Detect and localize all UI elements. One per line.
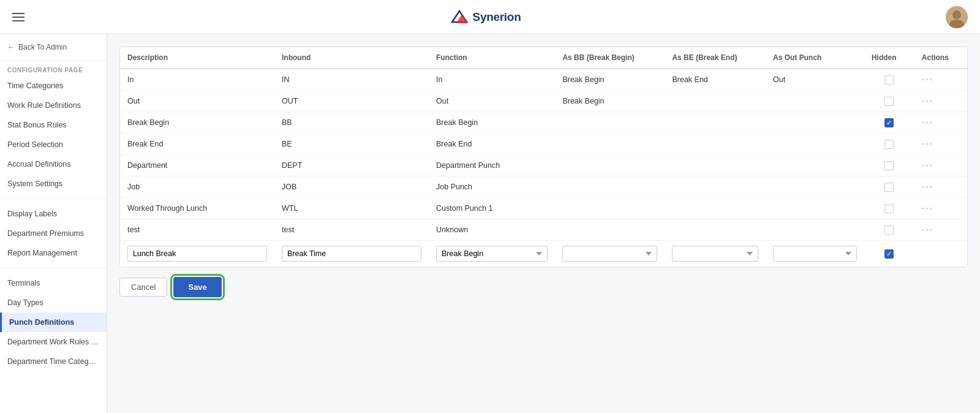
col-header-function: Function	[429, 47, 555, 69]
new-cell-inbound[interactable]	[274, 241, 429, 267]
new-row: Break BeginInOutBreak EndDepartment Punc…	[120, 241, 967, 267]
back-to-admin-link[interactable]: ← Back To Admin	[0, 34, 107, 61]
cell-hidden[interactable]	[864, 176, 914, 198]
sidebar-item-accrual-definitions[interactable]: Accrual Definitions	[0, 154, 107, 174]
sidebar-item-day-types[interactable]: Day Types	[0, 293, 107, 313]
new-cell-as-out-punch[interactable]: OutBreak BeginBreak End	[766, 241, 864, 267]
sidebar-item-department-time-category[interactable]: Department Time Category ...	[0, 352, 107, 371]
cell-function: Job Punch	[429, 176, 555, 198]
cell-as-be	[665, 176, 766, 198]
cell-hidden[interactable]	[864, 155, 914, 176]
new-cell-function[interactable]: Break BeginInOutBreak EndDepartment Punc…	[429, 241, 555, 267]
main-content: Description Inbound Function As BB (Brea…	[107, 34, 980, 413]
cell-as-out-punch	[766, 198, 864, 219]
col-header-description: Description	[120, 47, 274, 69]
sidebar-item-terminals[interactable]: Terminals	[0, 273, 107, 293]
new-hidden-checkbox[interactable]	[884, 249, 894, 259]
cell-actions[interactable]: ···	[914, 219, 967, 241]
save-button[interactable]: Save	[173, 277, 221, 297]
back-to-admin-label: Back To Admin	[18, 43, 67, 51]
app-header: Synerion	[0, 0, 980, 34]
user-avatar[interactable]	[946, 6, 968, 28]
sidebar-item-system-settings[interactable]: System Settings	[0, 174, 107, 194]
sidebar-item-punch-definitions[interactable]: Punch Definitions	[0, 313, 107, 332]
sidebar-item-stat-bonus-rules[interactable]: Stat Bonus Rules	[0, 115, 107, 135]
col-header-as-out-punch: As Out Punch	[766, 47, 864, 69]
cell-inbound: IN	[274, 69, 429, 91]
hidden-checkbox-1[interactable]	[884, 97, 894, 106]
table-row: Out OUT Out Break Begin ···	[120, 91, 967, 112]
sidebar-item-report-management[interactable]: Report Management	[0, 243, 107, 263]
hidden-checkbox-6[interactable]	[884, 204, 894, 213]
header-left	[12, 13, 24, 21]
cell-hidden[interactable]	[864, 198, 914, 219]
cancel-button[interactable]: Cancel	[119, 278, 167, 297]
cell-inbound: WTL	[274, 198, 429, 219]
cell-inbound: JOB	[274, 176, 429, 198]
cell-actions[interactable]: ···	[914, 155, 967, 176]
new-cell-description[interactable]	[120, 241, 274, 267]
cell-as-out-punch	[766, 219, 864, 241]
cell-actions[interactable]: ···	[914, 112, 967, 134]
hamburger-menu[interactable]	[12, 13, 24, 21]
cell-as-bb: Break Begin	[555, 69, 665, 91]
cell-as-be	[665, 155, 766, 176]
cell-inbound: BE	[274, 134, 429, 155]
cell-as-bb	[555, 155, 665, 176]
sidebar-item-display-labels[interactable]: Display Labels	[0, 204, 107, 224]
cell-as-out-punch	[766, 91, 864, 112]
logo-icon	[450, 10, 469, 25]
cell-function: In	[429, 69, 555, 91]
cell-inbound: BB	[274, 112, 429, 134]
sidebar-item-time-categories[interactable]: Time Categories	[0, 76, 107, 96]
cell-hidden[interactable]	[864, 219, 914, 241]
new-inbound-input[interactable]	[282, 246, 421, 262]
form-buttons: Cancel Save	[119, 267, 968, 300]
cell-inbound: OUT	[274, 91, 429, 112]
cell-description: Worked Through Lunch	[120, 198, 274, 219]
cell-as-be	[665, 91, 766, 112]
cell-as-be	[665, 134, 766, 155]
hidden-checkbox-5[interactable]	[884, 183, 894, 192]
cell-hidden[interactable]	[864, 91, 914, 112]
hidden-checkbox-0[interactable]	[884, 75, 894, 85]
col-header-actions: Actions	[914, 47, 967, 69]
cell-function: Out	[429, 91, 555, 112]
new-as-be-select[interactable]: Break BeginBreak EndOut	[672, 246, 758, 262]
cell-description: Break End	[120, 134, 274, 155]
cell-as-bb	[555, 112, 665, 134]
cell-description: Out	[120, 91, 274, 112]
new-cell-as-be[interactable]: Break BeginBreak EndOut	[665, 241, 766, 267]
sidebar-item-department-work-rules[interactable]: Department Work Rules Fit...	[0, 332, 107, 352]
cell-actions[interactable]: ···	[914, 198, 967, 219]
svg-marker-1	[456, 15, 468, 23]
new-as-out-punch-select[interactable]: OutBreak BeginBreak End	[773, 246, 857, 262]
svg-point-3	[952, 10, 961, 19]
new-cell-as-bb[interactable]: Break BeginBreak EndOut	[555, 241, 665, 267]
cell-function: Break Begin	[429, 112, 555, 134]
new-function-select[interactable]: Break BeginInOutBreak EndDepartment Punc…	[436, 246, 548, 262]
new-description-input[interactable]	[127, 246, 267, 262]
sidebar-item-department-premiums[interactable]: Department Premiums	[0, 224, 107, 243]
punch-definitions-table-container: Description Inbound Function As BB (Brea…	[119, 47, 968, 267]
sidebar-item-period-selection[interactable]: Period Selection	[0, 135, 107, 154]
cell-hidden[interactable]	[864, 134, 914, 155]
cell-hidden[interactable]	[864, 69, 914, 91]
cell-actions[interactable]: ···	[914, 134, 967, 155]
new-cell-hidden[interactable]	[864, 241, 914, 267]
hidden-checkbox-7[interactable]	[884, 225, 894, 235]
table-row: test test Unknown ···	[120, 219, 967, 241]
app-layout: ← Back To Admin CONFIGURATION PAGE Time …	[0, 34, 980, 413]
cell-hidden[interactable]	[864, 112, 914, 134]
cell-actions[interactable]: ···	[914, 91, 967, 112]
cell-description: In	[120, 69, 274, 91]
new-as-bb-select[interactable]: Break BeginBreak EndOut	[562, 246, 657, 262]
hidden-checkbox-2[interactable]	[884, 118, 894, 127]
cell-actions[interactable]: ···	[914, 69, 967, 91]
cell-function: Department Punch	[429, 155, 555, 176]
cell-actions[interactable]: ···	[914, 176, 967, 198]
hidden-checkbox-3[interactable]	[884, 140, 894, 149]
hidden-checkbox-4[interactable]	[884, 161, 894, 170]
cell-inbound: DEPT	[274, 155, 429, 176]
sidebar-item-work-rule-definitions[interactable]: Work Rule Definitions	[0, 96, 107, 115]
